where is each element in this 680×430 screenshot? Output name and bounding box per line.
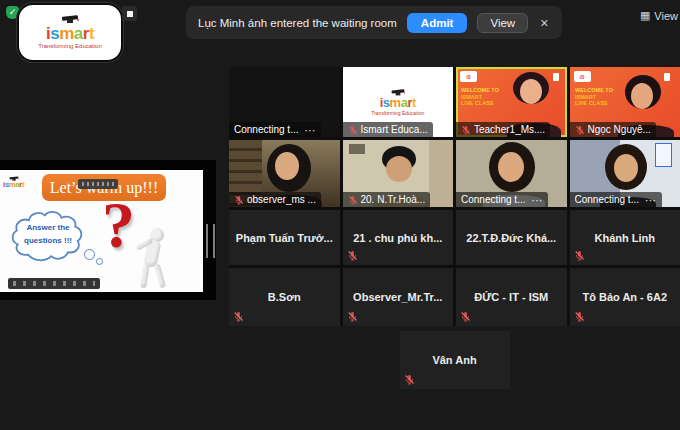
participant-label: 20. N.Tr.Hoà... [343, 192, 431, 207]
participant-name: B.Sơn [233, 291, 335, 303]
mic-muted-icon [348, 125, 358, 135]
participant-tile[interactable]: Observer_Mr.Tr... [343, 268, 454, 326]
notification-message: Lục Minh ánh entered the waiting room [198, 17, 397, 29]
logo-tagline: Transforming Education [38, 43, 101, 49]
background-door [429, 140, 453, 207]
participant-name: Observer_Mr.Tr... [347, 291, 449, 303]
mic-muted-icon [461, 125, 471, 135]
participant-grid-last-row: Vân Anh [229, 331, 680, 389]
participant-tile[interactable]: ismart Transforming Education Ismart Edu… [343, 67, 454, 137]
participant-tile[interactable]: iS WELCOME TOISMARTLIVE CLASS Ngọc Nguyê… [570, 67, 680, 137]
participant-tile-active-speaker[interactable]: iS WELCOME TOISMARTLIVE CLASS Teacher1_M… [456, 67, 567, 137]
participant-tile[interactable]: Connecting t... ⋯ [229, 67, 340, 137]
participant-tile[interactable]: Phạm Tuấn Trưở... [229, 210, 340, 265]
welcome-text: WELCOME TOISMARTLIVE CLASS [575, 87, 613, 108]
participant-tile[interactable]: 22.T.Đ.Đức Khá... [456, 210, 567, 265]
welcome-text: WELCOME TOISMARTLIVE CLASS [461, 87, 499, 108]
slide-controls-toolbar [8, 278, 100, 289]
participant-tile[interactable]: Connecting t... ⋯ [456, 140, 567, 207]
participant-name: Tô Bảo An - 6A2 [574, 291, 676, 303]
participant-name: Khánh Linh [574, 232, 676, 244]
welcome-badge: iS [574, 71, 591, 82]
waiting-room-notification: Lục Minh ánh entered the waiting room Ad… [186, 6, 562, 39]
shared-slide: ismart Let’s warm up!!! Answer the quest… [0, 170, 203, 292]
self-video-thumbnail[interactable]: ismart Transforming Education [17, 3, 123, 62]
view-menu-label: View [654, 10, 678, 22]
participant-name: Vân Anh [404, 354, 505, 366]
more-options-icon[interactable]: ⋯ [645, 196, 657, 204]
participant-label: Ismart Educa... [343, 122, 433, 137]
participant-tile[interactable]: ĐỨC - IT - ISM [456, 268, 567, 326]
mic-muted-icon [347, 250, 358, 261]
participant-name: ĐỨC - IT - ISM [460, 291, 562, 303]
grid-view-icon: ▦ [640, 9, 650, 22]
bubble-trail-dot [84, 249, 95, 260]
bubble-line-2: questions !!! [16, 235, 80, 248]
decoration [664, 73, 670, 81]
mic-muted-icon [233, 311, 244, 322]
ismart-logo: ismart [46, 25, 94, 42]
background-window [349, 144, 365, 154]
close-icon[interactable]: × [538, 15, 550, 31]
mic-muted-icon [347, 311, 358, 322]
view-menu-button[interactable]: ▦ View [638, 7, 680, 24]
mic-muted-icon [234, 195, 244, 205]
thought-bubble: Answer the questions !!! [8, 208, 88, 266]
mic-muted-icon [404, 374, 415, 385]
participant-tile[interactable]: Tô Bảo An - 6A2 [570, 268, 680, 326]
more-options-icon[interactable]: ⋯ [531, 196, 543, 204]
slide-ismart-logo: ismart [3, 175, 24, 189]
participant-name: Phạm Tuấn Trưở... [233, 232, 335, 244]
participant-tile[interactable]: Connecting t... ⋯ [570, 140, 680, 207]
ismart-logo: ismart Transforming Education [371, 89, 424, 116]
admit-button[interactable]: Admit [407, 13, 468, 33]
view-waiting-room-button[interactable]: View [477, 13, 528, 33]
share-resize-handle[interactable] [206, 224, 215, 258]
graduation-cap-icon [62, 16, 78, 24]
participant-label: Teacher1_Ms.... [456, 122, 550, 137]
participant-label: Ngọc Nguyê... [570, 122, 656, 137]
participant-label: observer_ms ... [229, 192, 321, 207]
participant-tile[interactable]: Khánh Linh [570, 210, 680, 265]
participant-label: Connecting t... ⋯ [570, 192, 662, 207]
participant-tile[interactable]: Vân Anh [400, 331, 510, 389]
participant-tile[interactable]: 21 . chu phú kh... [343, 210, 454, 265]
question-mark-graphic: ? [102, 192, 135, 258]
white-square-icon[interactable] [122, 6, 137, 21]
participant-name: 21 . chu phú kh... [347, 232, 449, 244]
participant-tile[interactable]: B.Sơn [229, 268, 340, 326]
welcome-badge: iS [460, 71, 477, 82]
participant-tile[interactable]: observer_ms ... [229, 140, 340, 207]
mic-muted-icon [574, 311, 585, 322]
mic-muted-icon [460, 311, 471, 322]
zoom-meeting-window: { "topbar": { "view_label": "View", "enc… [0, 0, 680, 430]
participant-label: Connecting t... ⋯ [456, 192, 548, 207]
background-poster [655, 143, 672, 167]
participant-grid: Connecting t... ⋯ ismart Transforming Ed… [229, 67, 680, 326]
screen-share-region: ismart Let’s warm up!!! Answer the quest… [0, 160, 216, 300]
decoration [553, 73, 559, 81]
more-options-icon[interactable]: ⋯ [304, 126, 316, 134]
mic-muted-icon [574, 250, 585, 261]
participant-label: Connecting t... ⋯ [229, 122, 321, 137]
mic-muted-icon [348, 195, 358, 205]
mic-muted-icon [575, 125, 585, 135]
participant-tile[interactable]: 20. N.Tr.Hoà... [343, 140, 454, 207]
bubble-line-1: Answer the [16, 222, 80, 235]
participant-name: 22.T.Đ.Đức Khá... [460, 232, 562, 244]
